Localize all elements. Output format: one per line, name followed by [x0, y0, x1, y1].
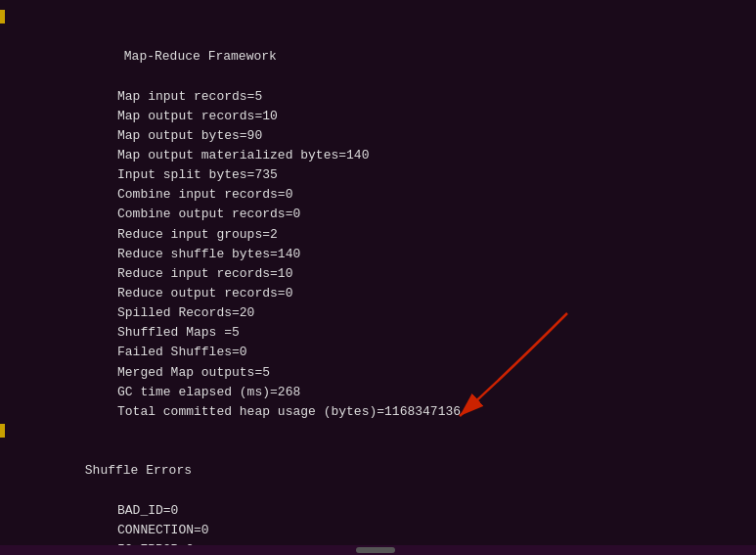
terminal-line: Input split bytes=735: [0, 165, 756, 185]
terminal-line: Spilled Records=20: [0, 303, 756, 323]
terminal-line: Total committed heap usage (bytes)=11683…: [0, 402, 756, 422]
terminal-line: Shuffle Errors: [0, 422, 756, 501]
terminal-line: Map-Reduce Framework: [0, 8, 756, 87]
terminal-scrollbar[interactable]: [0, 545, 756, 555]
terminal-line: Shuffled Maps =5: [0, 323, 756, 343]
terminal-line: Map output bytes=90: [0, 126, 756, 146]
terminal-line: Reduce output records=0: [0, 284, 756, 303]
terminal-line: Reduce input groups=2: [0, 225, 756, 245]
terminal-line: Failed Shuffles=0: [0, 343, 756, 362]
terminal-line: Combine input records=0: [0, 185, 756, 205]
terminal-line: Map output materialized bytes=140: [0, 146, 756, 165]
terminal-line: Merged Map outputs=5: [0, 363, 756, 383]
terminal-line: Map input records=5: [0, 87, 756, 107]
terminal-line: BAD_ID=0: [0, 501, 756, 521]
terminal-line: GC time elapsed (ms)=268: [0, 383, 756, 402]
terminal-line: Reduce shuffle bytes=140: [0, 245, 756, 264]
terminal-line: CONNECTION=0: [0, 521, 756, 540]
terminal-line: Map output records=10: [0, 107, 756, 126]
terminal-window: Map-Reduce Framework Map input records=5…: [0, 0, 756, 555]
terminal-line: Combine output records=0: [0, 205, 756, 224]
terminal-line: Reduce input records=10: [0, 264, 756, 284]
